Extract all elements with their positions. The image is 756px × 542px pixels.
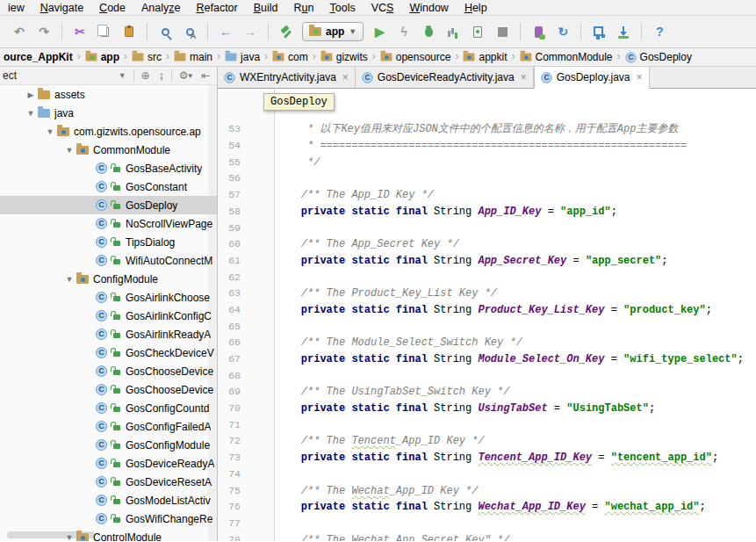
back-button[interactable]: ← [214, 21, 237, 42]
chevron-right-icon[interactable]: ▶ [25, 90, 37, 99]
chevron-down-icon[interactable]: ▼ [25, 109, 37, 118]
tree-row-com.gizwits.opensource.ap[interactable]: ▼com.gizwits.opensource.ap [0, 122, 217, 141]
tab-WXEntryActivity.java[interactable]: CWXEntryActivity.java× [218, 67, 356, 88]
locate-icon[interactable]: ⊕ [137, 69, 155, 82]
tree-row-GosDeploy[interactable]: CGosDeploy [0, 196, 217, 214]
class-icon: C [95, 476, 108, 488]
paste-button[interactable] [118, 21, 140, 42]
copy-button[interactable] [93, 21, 116, 42]
run-button[interactable]: ▶ [368, 21, 391, 42]
tree-row-java[interactable]: ▼java [0, 104, 217, 122]
tree-row-GosConstant[interactable]: CGosConstant [0, 177, 217, 196]
tree-row-GosDeviceResetA[interactable]: CGosDeviceResetA [0, 473, 217, 491]
menu-item-tools[interactable]: Tools [321, 0, 363, 16]
sync-project-button[interactable]: ↻ [551, 21, 574, 42]
menu-item-analyze[interactable]: Analyze [133, 0, 188, 16]
menu-item-refactor[interactable]: Refactor [188, 0, 245, 16]
breadcrumb-item-GosDeploy[interactable]: CGosDeploy [623, 51, 694, 63]
code-line: 64 private static final String Product_K… [218, 302, 756, 319]
tree-row-GosConfigModule[interactable]: CGosConfigModule [0, 436, 217, 454]
tree-row-GosModeListActiv[interactable]: CGosModeListActiv [0, 491, 217, 509]
sdk-manager-button[interactable] [587, 21, 610, 42]
menu-item-help[interactable]: Help [457, 0, 495, 16]
stop-button[interactable] [491, 21, 514, 42]
menu-item-run[interactable]: Run [286, 0, 322, 16]
tree-row-ConfigModule[interactable]: ▼ConfigModule [0, 270, 217, 288]
avd-manager-button[interactable] [612, 21, 635, 42]
chevron-down-icon[interactable]: ▼ [44, 127, 56, 136]
redo-button[interactable]: ↷ [32, 21, 55, 42]
menu-item-navigate[interactable]: Navigate [32, 0, 91, 16]
dropdown-caret-icon[interactable]: ▼ [114, 71, 131, 80]
code-line: 78 /** The Wechat App Secret Key" */ [218, 532, 756, 541]
menu-item-window[interactable]: Window [401, 0, 456, 16]
breadcrumb-item-java[interactable]: java [223, 51, 262, 63]
code-text [275, 319, 276, 336]
chevron-down-icon: ▼ [349, 27, 356, 36]
tree-row-GosConfigCountd[interactable]: CGosConfigCountd [0, 399, 217, 417]
run-config-select[interactable]: app▼ [302, 22, 364, 41]
attach-debugger-button[interactable] [466, 21, 489, 42]
breadcrumb-item-ource_AppKit[interactable]: ource_AppKit [2, 51, 75, 63]
menu-item-code[interactable]: Code [91, 0, 133, 16]
chevron-down-icon[interactable]: ▼ [63, 275, 76, 284]
tree-row-assets[interactable]: ▶assets [0, 85, 217, 104]
close-icon[interactable]: × [342, 71, 349, 83]
tab-GosDeviceReadyActivity.java[interactable]: CGosDeviceReadyActivity.java× [356, 67, 534, 88]
tree-row-GosChooseDevice[interactable]: CGosChooseDevice [0, 380, 217, 399]
tree-row-GosAirlinkChoose[interactable]: CGosAirlinkChoose [0, 288, 217, 307]
build-button[interactable] [275, 21, 298, 42]
tree-row-GosBaseActivity[interactable]: CGosBaseActivity [0, 159, 217, 177]
lock-glyph [113, 370, 120, 375]
menu-item-build[interactable]: Build [246, 0, 286, 16]
undo-button[interactable]: ↶ [8, 21, 31, 42]
tree-row-CommonModule[interactable]: ▼CommonModule [0, 141, 217, 159]
find-button[interactable] [154, 21, 176, 42]
toolbar-separator [641, 23, 642, 40]
tree-item-label: GosWifiChangeRe [126, 513, 212, 525]
code-text: /** The Product_Key_List Key */ [275, 285, 497, 302]
close-icon[interactable]: × [637, 71, 643, 83]
device-manager-button[interactable] [527, 21, 550, 42]
profiler-button[interactable] [442, 21, 464, 42]
apply-changes-button[interactable]: ϟ [392, 21, 415, 42]
help-button[interactable]: ? [648, 21, 671, 42]
menu-item-vcs[interactable]: VCS [364, 0, 402, 16]
tree-row-GosConfigFailedA[interactable]: CGosConfigFailedA [0, 417, 217, 436]
tree-row-GosWifiChangeRe[interactable]: CGosWifiChangeRe [0, 509, 217, 528]
breadcrumb-item-main[interactable]: main [172, 51, 214, 63]
editor[interactable]: GosDeploy 53 * 以下Key值用来对应JSON文件中的个配置信息的名… [218, 89, 756, 541]
tree-row-GosAirlinkReadyA[interactable]: CGosAirlinkReadyA [0, 325, 217, 343]
tree-row-GosDeviceReadyA[interactable]: CGosDeviceReadyA [0, 454, 217, 473]
replace-button[interactable] [178, 21, 201, 42]
code-text: private static final String UsingTabSet … [275, 401, 655, 417]
hide-panel-icon[interactable]: ⇤ [197, 69, 214, 82]
cut-button[interactable]: ✂ [68, 21, 91, 42]
chevron-down-icon[interactable]: ▼ [63, 533, 76, 542]
breadcrumb-item-app[interactable]: app [83, 51, 121, 63]
apply-changes-icon: ϟ [401, 25, 407, 38]
tab-GosDeploy.java[interactable]: CGosDeploy.java× [534, 67, 650, 89]
breadcrumb-item-gizwits[interactable]: gizwits [319, 51, 370, 63]
close-icon[interactable]: × [521, 71, 527, 83]
project-pane-title[interactable]: ect [3, 69, 17, 82]
tree-row-GosCheckDeviceV[interactable]: CGosCheckDeviceV [0, 343, 217, 362]
menu-item-iew[interactable]: iew [0, 0, 32, 16]
tree-row-ControlModule[interactable]: ▼ControlModule [0, 528, 217, 541]
breadcrumb-item-src[interactable]: src [130, 51, 163, 63]
breadcrumb-item-opensource[interactable]: opensource [378, 51, 453, 63]
forward-button[interactable]: → [239, 21, 262, 42]
tree-row-GosAirlinkConfigC[interactable]: CGosAirlinkConfigC [0, 307, 217, 325]
collapse-all-icon[interactable]: ↨ [155, 69, 169, 82]
settings-gear-icon[interactable]: ⚙▾ [175, 69, 197, 82]
tree-row-WifiAutoConnectM[interactable]: CWifiAutoConnectM [0, 251, 217, 270]
tree-row-TipsDialog[interactable]: CTipsDialog [0, 233, 217, 251]
breadcrumb-item-com[interactable]: com [270, 51, 310, 63]
debug-button[interactable] [417, 21, 440, 42]
breadcrumb-item-CommonModule[interactable]: CommonModule [518, 51, 615, 63]
tree-row-GosChooseDevice[interactable]: CGosChooseDevice [0, 362, 217, 380]
code-area[interactable]: 53 * 以下Key值用来对应JSON文件中的个配置信息的名称，用于配置App主… [218, 89, 756, 541]
tree-row-NoScrollViewPage[interactable]: CNoScrollViewPage [0, 214, 217, 233]
chevron-down-icon[interactable]: ▼ [63, 146, 76, 155]
breadcrumb-item-appkit[interactable]: appkit [461, 51, 508, 63]
